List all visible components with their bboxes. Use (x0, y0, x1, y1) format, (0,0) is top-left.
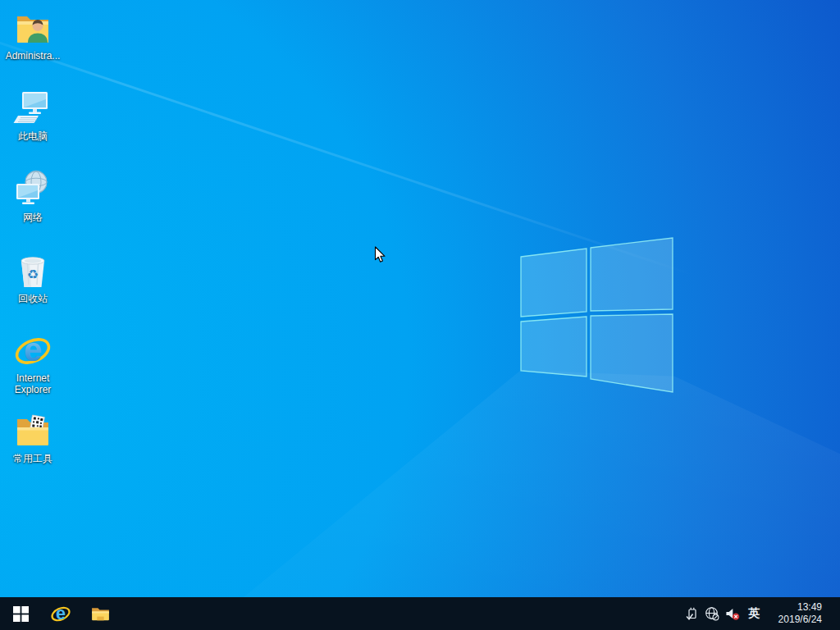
file-explorer-icon (90, 604, 111, 624)
desktop-icon-common-tools[interactable]: 常用工具 (2, 411, 64, 464)
ime-language-indicator[interactable]: 英 (748, 606, 760, 621)
network-globe-monitor-icon (2, 170, 64, 209)
desktop-icon-this-pc[interactable]: 此电脑 (2, 89, 64, 142)
volume-muted-icon[interactable] (725, 597, 740, 630)
taskbar: e (0, 597, 840, 630)
internet-explorer-icon: e (50, 603, 71, 624)
taskbar-file-explorer-button[interactable] (80, 597, 120, 630)
recycle-bin-icon: ♻ (2, 251, 64, 290)
start-button[interactable] (0, 597, 41, 630)
desktop-icon-recycle-bin[interactable]: ♻ 回收站 (2, 251, 64, 304)
desktop-icon-internet-explorer[interactable]: e Internet Explorer (2, 331, 64, 395)
windows-start-icon (13, 606, 29, 622)
desktop-icon-administrator[interactable]: Administra... (2, 8, 64, 62)
desktop-icon-label: 网络 (2, 212, 64, 223)
taskbar-empty-area[interactable] (120, 597, 684, 630)
clock-date: 2019/6/24 (771, 614, 822, 626)
tools-folder-icon (2, 411, 64, 450)
desktop-icon-network[interactable]: 网络 (2, 170, 64, 223)
computer-icon (2, 89, 64, 128)
system-tray: 英 13:49 2019/6/24 (684, 597, 840, 630)
taskbar-clock[interactable]: 13:49 2019/6/24 (771, 601, 822, 626)
svg-text:e: e (24, 331, 42, 368)
light-wedge (0, 0, 840, 597)
desktop-icon-label: Administra... (2, 50, 64, 62)
desktop-icon-label: 常用工具 (2, 453, 64, 464)
taskbar-internet-explorer-button[interactable]: e (41, 597, 80, 630)
desktop-icon-label: 回收站 (2, 293, 64, 304)
usb-safely-remove-icon[interactable] (684, 597, 699, 630)
network-globe-offline-icon[interactable] (705, 597, 719, 630)
desktop-icon-label: Internet Explorer (2, 372, 64, 395)
user-folder-icon (2, 8, 64, 48)
desktop-icon-label: 此电脑 (2, 130, 64, 142)
svg-text:e: e (56, 603, 66, 623)
screen: Administra... 此电脑 (0, 0, 840, 630)
clock-time: 13:49 (771, 601, 822, 614)
internet-explorer-icon: e (2, 331, 64, 370)
svg-text:♻: ♻ (27, 267, 39, 282)
desktop-wallpaper[interactable] (0, 0, 840, 597)
light-ray (0, 20, 696, 277)
